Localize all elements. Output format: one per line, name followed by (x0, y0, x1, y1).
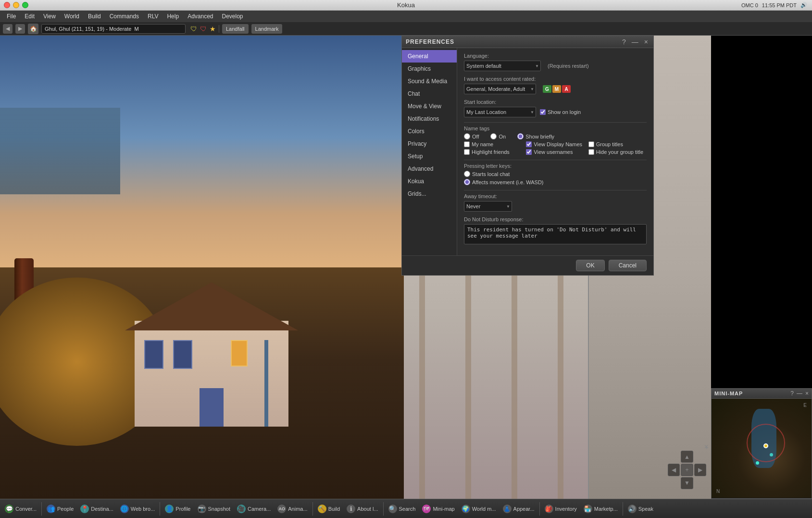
pref-nav-move[interactable]: Move & View (402, 100, 457, 113)
mm-range-circle (747, 424, 785, 462)
audio-icon[interactable]: 🔊 (800, 2, 807, 8)
menu-view[interactable]: View (39, 12, 60, 21)
content-rating-select[interactable]: General, Moderate, Adult (464, 84, 536, 94)
mini-map-close-button[interactable]: × (805, 390, 809, 397)
cancel-button[interactable]: Cancel (609, 260, 647, 271)
toolbar-marketp[interactable]: 🏪 Marketp... (581, 503, 621, 515)
toolbar-snapshot[interactable]: 📷 Snapshot (195, 503, 233, 515)
game-viewport[interactable] (0, 36, 404, 499)
name-tags-on-radio[interactable] (490, 133, 497, 139)
toolbar-anima[interactable]: AO Anima... (275, 503, 310, 515)
view-display-names-label[interactable]: View Display Names (526, 141, 584, 147)
menu-rlv[interactable]: RLV (144, 12, 162, 21)
name-tags-brief-radio[interactable] (517, 133, 524, 139)
view-display-names-checkbox[interactable] (526, 141, 532, 147)
pref-nav-chat[interactable]: Chat (402, 88, 457, 100)
mini-map-min-button[interactable]: — (797, 390, 802, 397)
toolbar-worldm[interactable]: 🌍 World m... (459, 503, 499, 515)
highlight-friends-checkbox[interactable] (464, 149, 470, 155)
pref-help-button[interactable]: ? (621, 38, 627, 46)
pref-nav-graphics[interactable]: Graphics (402, 63, 457, 75)
group-titles-label[interactable]: Group titles (588, 141, 647, 147)
forward-button[interactable]: ▶ (15, 24, 25, 34)
ok-button[interactable]: OK (576, 260, 604, 271)
menu-advanced[interactable]: Advanced (184, 12, 217, 21)
view-usernames-checkbox[interactable] (526, 149, 532, 155)
name-tags-on-label[interactable]: On (490, 133, 506, 139)
toolbar-destina[interactable]: 📍 Destina... (77, 503, 116, 515)
show-on-login-label[interactable]: Show on login (540, 109, 581, 115)
hud-right[interactable]: ▶ (694, 464, 706, 476)
pref-nav-notif[interactable]: Notifications (402, 113, 457, 125)
location-input[interactable] (41, 24, 186, 34)
pref-nav-setup[interactable]: Setup (402, 150, 457, 163)
toolbar-about[interactable]: ℹ About l... (344, 503, 381, 515)
hud-center[interactable]: + (681, 464, 693, 476)
back-button[interactable]: ◀ (3, 24, 12, 34)
toolbar-inventory[interactable]: 🎒 Inventory (542, 503, 580, 515)
name-tags-checkboxes: My name View Display Names Group titles … (464, 141, 647, 155)
highlight-friends-label[interactable]: Highlight friends (464, 149, 522, 155)
toolbar-minimap[interactable]: 🗺 Mini-map (419, 503, 457, 515)
mm-other-dot-1 (770, 453, 773, 456)
toolbar-conver[interactable]: 💬 Conver... (2, 503, 39, 515)
pref-nav-general[interactable]: General (402, 50, 457, 63)
toolbar-build[interactable]: 🔨 Build (315, 503, 343, 515)
menu-file[interactable]: File (3, 12, 20, 21)
mini-map-help-button[interactable]: ? (790, 390, 794, 397)
start-location-select[interactable]: My Last Location (464, 107, 536, 117)
toolbar-profile[interactable]: 👤 Profile (162, 503, 193, 515)
hud-up[interactable]: ▲ (681, 451, 693, 463)
my-name-checkbox[interactable] (464, 141, 470, 147)
menu-help[interactable]: Help (163, 12, 183, 21)
hide-group-title-checkbox[interactable] (588, 149, 594, 155)
toolbar-camera[interactable]: 🎥 Camera... (234, 503, 274, 515)
toolbar-people[interactable]: 👥 People (44, 503, 76, 515)
affects-movement-radio[interactable] (464, 179, 470, 185)
pref-nav-sound[interactable]: Sound & Media (402, 75, 457, 88)
dnd-textarea[interactable]: This resident has turned on 'Do Not Dist… (464, 224, 647, 244)
pref-nav-grids[interactable]: Grids... (402, 188, 457, 200)
menu-commands[interactable]: Commands (106, 12, 143, 21)
menu-develop[interactable]: Develop (218, 12, 247, 21)
my-name-label[interactable]: My name (464, 141, 522, 147)
highlight-friends-text: Highlight friends (472, 149, 510, 155)
group-titles-checkbox[interactable] (588, 141, 594, 147)
menu-build[interactable]: Build (84, 12, 105, 21)
hud-down[interactable]: ▼ (681, 477, 693, 489)
mini-map-canvas[interactable]: E N (712, 399, 812, 498)
away-timeout-select[interactable]: Never 5 minutes 10 minutes 30 minutes (464, 201, 512, 212)
pref-nav-advanced[interactable]: Advanced (402, 163, 457, 175)
maximize-button[interactable] (22, 2, 28, 8)
close-button[interactable] (4, 2, 10, 8)
hud-close[interactable]: ✕ (704, 443, 709, 450)
language-select[interactable]: System default (464, 61, 541, 71)
pref-min-button[interactable]: — (630, 38, 640, 46)
starts-local-chat-label[interactable]: Starts local chat (464, 171, 647, 177)
landfall-button[interactable]: Landfall (222, 24, 249, 34)
landmark-button[interactable]: Landmark (251, 24, 283, 34)
hud-left[interactable]: ◀ (668, 464, 680, 476)
pref-nav-kokua[interactable]: Kokua (402, 175, 457, 188)
name-tags-off-radio[interactable] (464, 133, 470, 139)
toolbar-webbro[interactable]: 🌐 Web bro... (117, 503, 158, 515)
affects-movement-label[interactable]: Affects movement (i.e. WASD) (464, 179, 647, 185)
toolbar-speak[interactable]: 🔊 Speak (625, 503, 656, 515)
name-tags-brief-label[interactable]: Show briefly (517, 133, 554, 139)
name-tags-off-label[interactable]: Off (464, 133, 479, 139)
show-on-login-checkbox[interactable] (540, 109, 546, 115)
pref-nav-colors[interactable]: Colors (402, 125, 457, 138)
pref-nav-privacy[interactable]: Privacy (402, 138, 457, 150)
minimize-button[interactable] (13, 2, 19, 8)
view-usernames-label[interactable]: View usernames (526, 149, 584, 155)
destina-icon: 📍 (80, 505, 89, 513)
starts-local-chat-radio[interactable] (464, 171, 470, 177)
hide-group-title-label[interactable]: Hide your group title (588, 149, 647, 155)
menu-edit[interactable]: Edit (21, 12, 38, 21)
pref-close-button[interactable]: × (643, 38, 650, 46)
toolbar-search[interactable]: 🔍 Search (386, 503, 419, 515)
home-button[interactable]: 🏠 (28, 24, 38, 34)
star-button[interactable]: ★ (210, 25, 216, 33)
menu-world[interactable]: World (61, 12, 83, 21)
toolbar-appear[interactable]: 👗 Appear... (500, 503, 537, 515)
